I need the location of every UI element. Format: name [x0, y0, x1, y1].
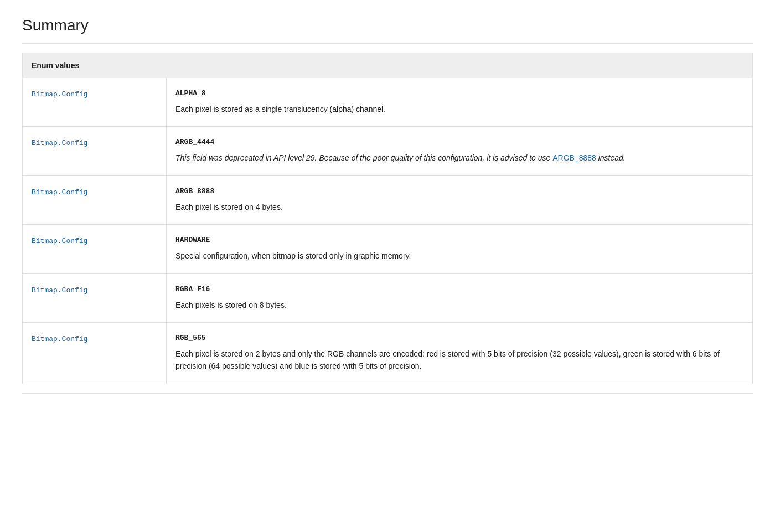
- type-cell: Bitmap.Config: [23, 225, 167, 273]
- type-cell: Bitmap.Config: [23, 175, 167, 224]
- top-divider: [22, 43, 753, 44]
- enum-description: Special configuration, when bitmap is st…: [175, 250, 743, 262]
- enum-description-italic: This field was deprecated in API level 2…: [175, 152, 743, 164]
- description-cell: RGB_565Each pixel is stored on 2 bytes a…: [167, 322, 753, 384]
- table-header-row: Enum values: [23, 53, 753, 78]
- table-row: Bitmap.ConfigRGB_565Each pixel is stored…: [23, 322, 753, 384]
- inline-link[interactable]: ARGB_8888: [552, 153, 596, 162]
- table-row: Bitmap.ConfigARGB_4444This field was dep…: [23, 127, 753, 175]
- summary-table: Enum values Bitmap.ConfigALPHA_8Each pix…: [22, 53, 753, 384]
- enum-description: Each pixel is stored on 2 bytes and only…: [175, 348, 743, 373]
- type-link[interactable]: Bitmap.Config: [32, 139, 87, 147]
- description-cell: RGBA_F16Each pixels is stored on 8 bytes…: [167, 273, 753, 322]
- enum-description: Each pixel is stored as a single translu…: [175, 103, 743, 115]
- table-row: Bitmap.ConfigALPHA_8Each pixel is stored…: [23, 78, 753, 127]
- type-link[interactable]: Bitmap.Config: [32, 335, 87, 343]
- type-cell: Bitmap.Config: [23, 322, 167, 384]
- type-cell: Bitmap.Config: [23, 78, 167, 127]
- enum-name: RGBA_F16: [175, 285, 743, 293]
- table-row: Bitmap.ConfigHARDWARESpecial configurati…: [23, 225, 753, 273]
- table-row: Bitmap.ConfigRGBA_F16Each pixels is stor…: [23, 273, 753, 322]
- page-container: Summary Enum values Bitmap.ConfigALPHA_8…: [0, 0, 775, 416]
- footer-divider: [22, 393, 753, 394]
- type-link[interactable]: Bitmap.Config: [32, 237, 87, 245]
- type-link[interactable]: Bitmap.Config: [32, 286, 87, 295]
- table-row: Bitmap.ConfigARGB_8888Each pixel is stor…: [23, 175, 753, 224]
- description-cell: ARGB_8888Each pixel is stored on 4 bytes…: [167, 175, 753, 224]
- type-link[interactable]: Bitmap.Config: [32, 90, 87, 99]
- enum-name: ARGB_4444: [175, 138, 743, 146]
- type-link[interactable]: Bitmap.Config: [32, 188, 87, 197]
- enum-name: RGB_565: [175, 334, 743, 342]
- description-cell: ARGB_4444This field was deprecated in AP…: [167, 127, 753, 175]
- description-cell: ALPHA_8Each pixel is stored as a single …: [167, 78, 753, 127]
- enum-name: HARDWARE: [175, 236, 743, 244]
- enum-description: Each pixels is stored on 8 bytes.: [175, 299, 743, 311]
- enum-name: ARGB_8888: [175, 187, 743, 195]
- type-cell: Bitmap.Config: [23, 127, 167, 175]
- type-cell: Bitmap.Config: [23, 273, 167, 322]
- enum-name: ALPHA_8: [175, 89, 743, 97]
- description-cell: HARDWARESpecial configuration, when bitm…: [167, 225, 753, 273]
- page-title: Summary: [22, 11, 753, 43]
- table-header-cell: Enum values: [23, 53, 753, 78]
- enum-description: Each pixel is stored on 4 bytes.: [175, 201, 743, 213]
